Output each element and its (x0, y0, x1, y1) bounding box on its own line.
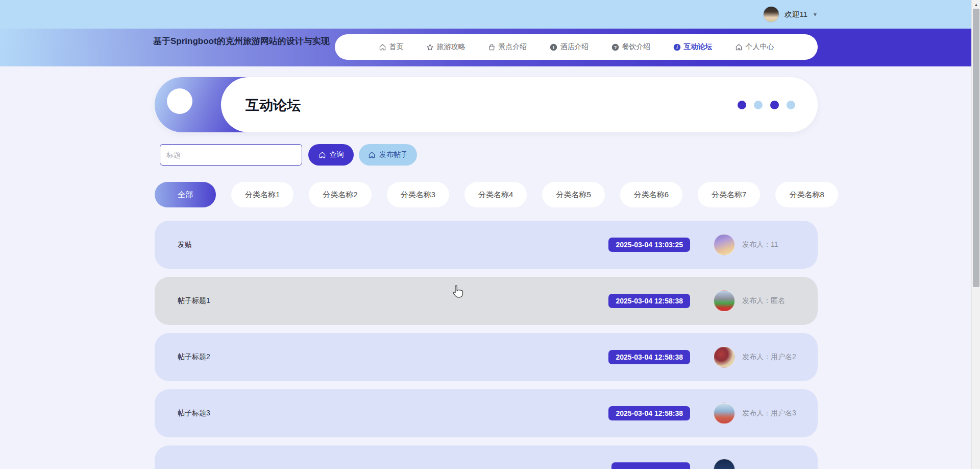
post-avatar (714, 290, 735, 312)
page-title: 互动论坛 (246, 96, 301, 114)
category-tab-all[interactable]: 全部 (155, 182, 216, 207)
nav-item-personal-center[interactable]: 个人中心 (735, 42, 774, 52)
query-button[interactable]: 查询 (308, 144, 354, 166)
nav-item-label: 景点介绍 (499, 42, 527, 52)
home-icon (379, 43, 386, 51)
home-icon (368, 151, 376, 159)
post-avatar (714, 234, 735, 255)
bag-icon (488, 43, 496, 51)
question-circle-icon: ? (611, 43, 619, 51)
nav-item-attractions[interactable]: 景点介绍 (488, 42, 527, 52)
welcome-text: 欢迎11 (785, 10, 808, 19)
publish-post-button-label: 发布帖子 (379, 150, 408, 159)
query-button-label: 查询 (330, 150, 344, 159)
post-avatar (714, 459, 735, 469)
exclamation-circle-icon: ! (550, 43, 557, 51)
nav-menu: 首页 旅游攻略 景点介绍 ! 酒店介绍 ? 餐饮介绍 i 互动论坛 个人中心 (335, 34, 818, 60)
post-date-badge: 2025-03-04 12:58:38 (608, 350, 690, 364)
nav-item-label: 旅游攻略 (437, 42, 465, 52)
nav-item-label: 个人中心 (746, 42, 774, 52)
nav-item-label: 酒店介绍 (560, 42, 589, 52)
scrollbar[interactable]: ▲ (971, 0, 980, 469)
post-row[interactable]: 发贴 2025-03-04 13:03:25 发布人：11 (155, 221, 818, 269)
title-search-input[interactable] (160, 144, 302, 166)
header-white-panel (221, 77, 818, 132)
site-title: 基于Springboot的克州旅游网站的设计与实现 (153, 35, 332, 48)
nav-item-travel-guide[interactable]: 旅游攻略 (426, 42, 465, 52)
dot-indigo (770, 101, 779, 109)
post-avatar (714, 403, 735, 424)
post-row[interactable]: 帖子标题2 2025-03-04 12:58:38 发布人：用户名2 (155, 333, 818, 381)
user-menu[interactable]: 欢迎11 ▼ (763, 5, 818, 24)
post-date-badge (611, 462, 690, 469)
scrollbar-up-arrow-icon[interactable]: ▲ (972, 1, 980, 9)
post-publisher: 发布人：用户名2 (742, 353, 798, 362)
forum-header-card: 互动论坛 (155, 77, 818, 132)
nav-item-hotels[interactable]: ! 酒店介绍 (550, 42, 589, 52)
category-tab-1[interactable]: 分类名称1 (231, 182, 293, 207)
post-date-badge: 2025-03-04 13:03:25 (608, 238, 690, 252)
post-title: 发贴 (178, 240, 608, 249)
dot-indigo (738, 101, 746, 109)
nav-item-home[interactable]: 首页 (379, 42, 404, 52)
home-icon (735, 43, 743, 51)
navbar: 基于Springboot的克州旅游网站的设计与实现 首页 旅游攻略 景点介绍 !… (0, 29, 980, 66)
info-circle-icon: i (673, 43, 681, 51)
category-tab-6[interactable]: 分类名称6 (620, 182, 682, 207)
post-title: 帖子标题3 (178, 409, 608, 418)
post-row[interactable]: 帖子标题3 2025-03-04 12:58:38 发布人：用户名3 (155, 389, 818, 437)
category-tab-5[interactable]: 分类名称5 (542, 182, 604, 207)
publish-post-button[interactable]: 发布帖子 (359, 144, 417, 166)
nav-item-forum[interactable]: i 互动论坛 (673, 42, 713, 52)
star-icon (426, 43, 434, 51)
svg-text:?: ? (614, 44, 617, 50)
post-publisher: 发布人：匿名 (742, 296, 798, 306)
post-avatar (714, 346, 735, 368)
category-tabs: 全部 分类名称1 分类名称2 分类名称3 分类名称4 分类名称5 分类名称6 分… (155, 182, 838, 207)
nav-item-label: 互动论坛 (684, 42, 713, 52)
dot-lightblue (787, 101, 795, 109)
post-title: 帖子标题2 (178, 353, 608, 362)
nav-item-label: 首页 (389, 42, 404, 52)
post-title: 帖子标题1 (178, 296, 608, 306)
nav-item-label: 餐饮介绍 (622, 42, 651, 52)
category-tab-7[interactable]: 分类名称7 (698, 182, 760, 207)
post-row[interactable] (155, 445, 818, 469)
post-row[interactable]: 帖子标题1 2025-03-04 12:58:38 发布人：匿名 (155, 277, 818, 325)
post-publisher: 发布人：11 (742, 240, 798, 249)
category-tab-3[interactable]: 分类名称3 (387, 182, 449, 207)
category-tab-2[interactable]: 分类名称2 (309, 182, 371, 207)
post-date-badge: 2025-03-04 12:58:38 (608, 294, 690, 308)
topbar: 欢迎11 ▼ (0, 0, 980, 29)
post-publisher: 发布人：用户名3 (742, 409, 798, 418)
header-circle-decoration (167, 88, 192, 114)
category-tab-8[interactable]: 分类名称8 (775, 182, 838, 207)
scrollbar-thumb[interactable] (973, 9, 979, 287)
home-icon (318, 151, 326, 159)
dot-lightblue (754, 101, 763, 109)
svg-text:i: i (676, 44, 678, 50)
nav-item-dining[interactable]: ? 餐饮介绍 (611, 42, 651, 52)
svg-text:!: ! (552, 44, 554, 50)
post-date-badge: 2025-03-04 12:58:38 (608, 406, 690, 420)
caret-down-icon: ▼ (813, 12, 818, 17)
user-avatar[interactable] (763, 6, 779, 22)
header-dots (738, 101, 795, 109)
category-tab-4[interactable]: 分类名称4 (464, 182, 527, 207)
